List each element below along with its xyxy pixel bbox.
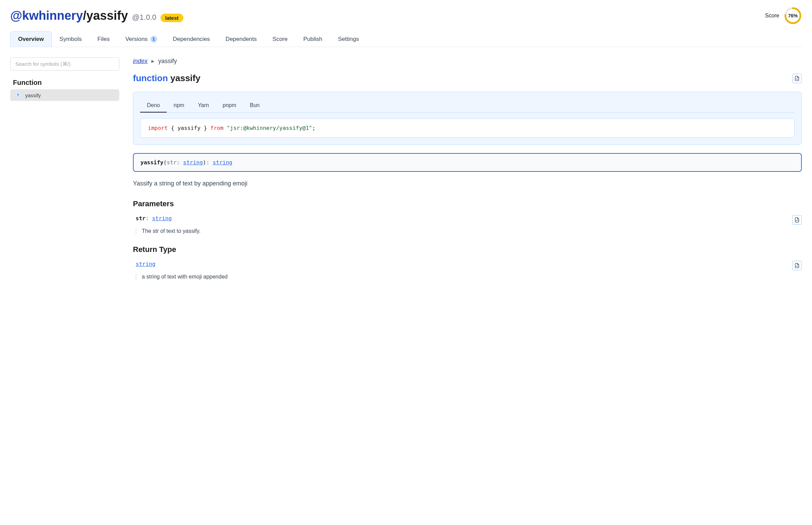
file-code-icon (794, 263, 800, 268)
code-keyword-from: from (210, 125, 224, 131)
tab-label: Dependencies (173, 36, 210, 43)
view-source-button[interactable] (792, 74, 802, 83)
symbol-header: function yassify (133, 73, 802, 84)
tab-label: Settings (338, 36, 359, 43)
sig-param: str (167, 159, 177, 166)
scope-link[interactable]: @kwhinnery (10, 9, 83, 22)
param-type-link[interactable]: string (183, 159, 203, 166)
tab-files[interactable]: Files (90, 31, 118, 47)
sig-name: yassify (140, 159, 163, 166)
tab-settings[interactable]: Settings (330, 31, 366, 47)
tab-label: Symbols (60, 36, 82, 43)
package-name-text: yassify (86, 9, 128, 22)
code-tab-pnpm[interactable]: pnpm (216, 99, 243, 112)
tab-dependents[interactable]: Dependents (218, 31, 265, 47)
param-signature: str: string (133, 215, 172, 222)
main-layout: Function f yassify index ▸ yassify funct… (10, 57, 802, 291)
symbol-description: Yassify a string of text by appending em… (133, 180, 802, 187)
param-source-button[interactable] (792, 215, 802, 225)
file-code-icon (794, 76, 800, 81)
versions-count-badge: 1 (150, 36, 157, 43)
code-tab-deno[interactable]: Deno (140, 99, 167, 112)
package-version: @1.0.0 (132, 13, 156, 22)
code-keyword-import: import (148, 125, 168, 131)
return-source-button[interactable] (792, 261, 802, 270)
return-type-link[interactable]: string (136, 261, 155, 267)
tab-label: Score (272, 36, 287, 43)
score-label: Score (765, 13, 779, 19)
file-code-icon (794, 217, 800, 223)
tab-label: Dependents (226, 36, 257, 43)
sidebar: Function f yassify (10, 57, 119, 291)
tab-versions[interactable]: Versions 1 (118, 31, 165, 47)
breadcrumb: index ▸ yassify (133, 57, 802, 65)
code-tab-bun[interactable]: Bun (243, 99, 266, 112)
param-type-link[interactable]: string (152, 215, 172, 222)
tab-overview[interactable]: Overview (10, 31, 52, 47)
function-tag-icon: f (15, 92, 21, 98)
score-container[interactable]: Score 76% (765, 7, 802, 25)
score-value: 76% (788, 13, 798, 18)
param-name: str (136, 215, 146, 222)
breadcrumb-index-link[interactable]: index (133, 58, 148, 64)
latest-badge: latest (161, 14, 183, 22)
scope-separator: / (83, 9, 86, 22)
symbol-name: yassify (25, 92, 41, 98)
return-type-link[interactable]: string (213, 159, 232, 166)
tab-dependencies[interactable]: Dependencies (165, 31, 218, 47)
return-type-heading: Return Type (133, 245, 802, 254)
content: index ▸ yassify function yassify (133, 57, 802, 291)
keyword-function: function (133, 73, 168, 83)
parameters-heading: Parameters (133, 199, 802, 208)
breadcrumb-current: yassify (158, 58, 177, 64)
param-row: str: string (133, 215, 802, 225)
tab-label: Versions (125, 36, 148, 43)
code-tab-npm[interactable]: npm (167, 99, 191, 112)
tab-label: Overview (18, 36, 44, 43)
tab-symbols[interactable]: Symbols (52, 31, 90, 47)
main-tabs: Overview Symbols Files Versions 1 Depend… (10, 31, 802, 47)
symbol-title: function yassify (133, 73, 200, 84)
code-tab-yarn[interactable]: Yarn (191, 99, 216, 112)
return-description: a string of text with emoji appended (136, 274, 802, 280)
code-string: "jsr:@kwhinnery/yassify@1" (227, 125, 312, 131)
breadcrumb-separator-icon: ▸ (151, 58, 154, 64)
tab-label: Publish (303, 36, 322, 43)
package-name: @kwhinnery/yassify (10, 9, 128, 23)
tab-label: Files (97, 36, 110, 43)
tab-score[interactable]: Score (265, 31, 295, 47)
symbol-search-input[interactable] (10, 57, 119, 71)
import-code-panel: Deno npm Yarn pnpm Bun import { yassify … (133, 92, 802, 145)
param-description: The str of text to yassify. (136, 228, 802, 234)
code-tabs: Deno npm Yarn pnpm Bun (140, 99, 795, 113)
import-code-block[interactable]: import { yassify } from "jsr:@kwhinnery/… (140, 118, 795, 138)
tab-publish[interactable]: Publish (296, 31, 330, 47)
return-type-signature: string (133, 261, 155, 267)
signature-box[interactable]: yassify(str: string): string (133, 153, 802, 172)
sidebar-heading-function: Function (10, 79, 119, 87)
package-title: @kwhinnery/yassify @1.0.0 latest (10, 9, 183, 23)
symbol-name-heading: yassify (170, 73, 200, 83)
return-type-row: string (133, 261, 802, 270)
score-ring: 76% (784, 7, 802, 25)
sidebar-symbol-yassify[interactable]: f yassify (10, 89, 119, 101)
package-header: @kwhinnery/yassify @1.0.0 latest Score 7… (10, 7, 802, 25)
